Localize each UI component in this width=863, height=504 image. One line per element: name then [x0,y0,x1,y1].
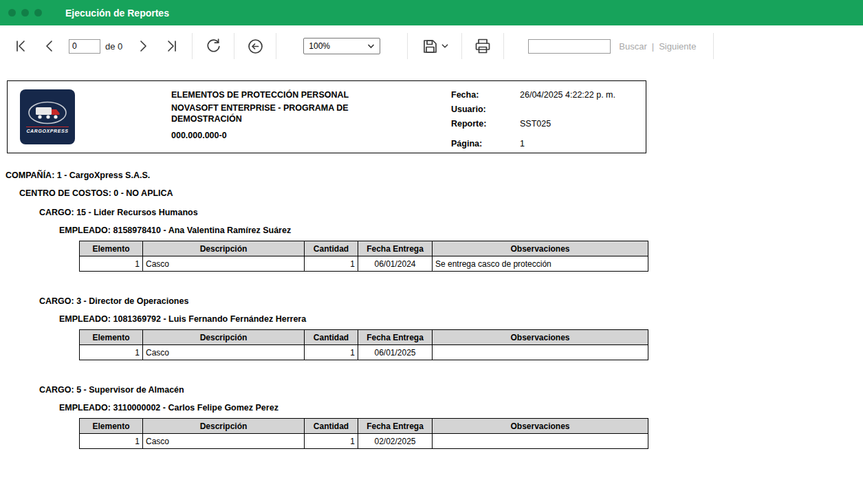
first-page-button[interactable] [7,32,36,61]
col-header-descripcion: Descripción [143,241,305,256]
col-header-descripcion: Descripción [143,419,305,434]
cell-cantidad: 1 [305,345,358,360]
col-header-fecha-entrega: Fecha Entrega [358,330,433,345]
print-button[interactable] [468,32,497,61]
window-title: Ejecución de Reportes [65,8,169,19]
empleado-heading: EMPLEADO: 3110000002 - Carlos Felipe Gom… [59,403,863,413]
cell-observaciones: Se entrega casco de protección [433,256,648,272]
report-title-block: ELEMENTOS DE PROTECCIÓN PERSONAL NOVASOF… [171,89,378,144]
report-viewer-toolbar: de 0 100% [0,25,863,67]
back-arrow-icon [246,37,265,56]
cell-fecha-entrega: 02/02/2025 [358,434,433,449]
cell-descripcion: Casco [143,256,305,272]
table-header-row: Elemento Descripción Cantidad Fecha Entr… [80,330,648,345]
printer-icon [474,37,492,55]
empleado-heading: EMPLEADO: 1081369792 - Luis Fernando Fer… [59,314,863,324]
toolbar-separator [407,33,408,59]
report-meta-block: Fecha: 26/04/2025 4:22:22 p. m. Usuario:… [451,88,644,151]
toolbar-separator [276,33,276,59]
logo-text: CARGOXPRESS [26,127,68,133]
company-logo: CARGOXPRESS [20,89,75,144]
window-close-dot[interactable] [8,9,16,17]
cell-observaciones [433,434,648,449]
table-row: 1 Casco 1 02/02/2025 [80,434,648,449]
table-header-row: Elemento Descripción Cantidad Fecha Entr… [80,241,648,256]
window-minimize-dot[interactable] [21,9,29,17]
table-row: 1 Casco 1 06/01/2024 Se entrega casco de… [80,256,648,272]
report-subtitle: NOVASOFT ENTERPRISE - PROGRAMA DE DEMOST… [171,102,362,124]
toolbar-separator [503,33,504,59]
cell-fecha-entrega: 06/01/2024 [358,256,433,272]
company-heading: COMPAÑÍA: 1 - CargoXpress S.A.S. [6,171,863,180]
window-controls [8,9,42,17]
page-count-label: de 0 [105,41,122,52]
cargo-heading: CARGO: 15 - Lider Recursos Humanos [39,208,863,217]
epp-table: Elemento Descripción Cantidad Fecha Entr… [79,241,648,272]
previous-page-button[interactable] [36,32,65,61]
meta-fecha: Fecha: 26/04/2025 4:22:22 p. m. [451,88,644,102]
next-page-icon [133,37,151,55]
toolbar-separator [234,33,234,59]
last-page-button[interactable] [157,32,186,61]
col-header-fecha-entrega: Fecha Entrega [358,241,433,256]
first-page-icon [12,37,30,55]
meta-usuario: Usuario: [451,102,644,117]
refresh-button[interactable] [199,32,228,61]
save-floppy-icon [422,38,439,55]
report-header-box: CARGOXPRESS ELEMENTOS DE PROTECCIÓN PERS… [7,80,646,153]
cargo-heading: CARGO: 3 - Director de Operaciones [39,296,863,306]
find-controls: Buscar | Siguiente [619,41,696,52]
cell-descripcion: Casco [143,345,305,360]
find-next-link[interactable]: Siguiente [659,41,696,52]
toolbar-separator [713,33,714,59]
previous-page-icon [41,37,59,55]
table-row: 1 Casco 1 06/01/2025 [80,345,648,360]
cell-cantidad: 1 [305,434,358,449]
meta-reporte: Reporte: SST025 [451,117,644,131]
cell-elemento: 1 [80,434,143,449]
epp-table: Elemento Descripción Cantidad Fecha Entr… [79,418,648,449]
col-header-observaciones: Observaciones [433,241,648,256]
page-number-input[interactable] [69,39,100,54]
report-title: ELEMENTOS DE PROTECCIÓN PERSONAL [171,89,378,100]
last-page-icon [162,37,180,55]
report-page: CARGOXPRESS ELEMENTOS DE PROTECCIÓN PERS… [0,67,863,449]
zoom-select[interactable]: 100% [303,38,380,54]
back-button[interactable] [241,32,270,61]
cargo-group: CARGO: 5 - Supervisor de Almacén EMPLEAD… [6,385,863,449]
meta-pagina: Página: 1 [451,137,644,151]
empleado-heading: EMPLEADO: 8158978410 - Ana Valentina Ram… [59,226,863,235]
toolbar-separator [192,33,193,59]
search-input[interactable] [528,39,611,54]
cell-observaciones [433,345,648,360]
find-link[interactable]: Buscar [619,41,646,52]
col-header-fecha-entrega: Fecha Entrega [358,419,433,434]
col-header-cantidad: Cantidad [305,419,358,434]
chevron-down-icon [367,43,375,49]
cargo-group: CARGO: 15 - Lider Recursos Humanos EMPLE… [6,208,863,272]
col-header-observaciones: Observaciones [433,330,648,345]
col-header-elemento: Elemento [80,330,143,345]
window-maximize-dot[interactable] [34,9,42,17]
cargo-heading: CARGO: 5 - Supervisor de Almacén [39,385,863,395]
next-page-button[interactable] [128,32,157,61]
cell-descripcion: Casco [143,434,305,449]
cell-elemento: 1 [80,345,143,360]
col-header-cantidad: Cantidad [305,241,358,256]
col-header-descripcion: Descripción [143,330,305,345]
zoom-value: 100% [309,41,330,51]
cell-fecha-entrega: 06/01/2025 [358,345,433,360]
truck-logo-icon [28,100,67,125]
company-id: 000.000.000-0 [171,130,378,141]
col-header-cantidad: Cantidad [305,330,358,345]
export-save-button[interactable] [414,32,455,61]
col-header-elemento: Elemento [80,241,143,256]
window-titlebar: Ejecución de Reportes [0,0,863,25]
cost-center-heading: CENTRO DE COSTOS: 0 - NO APLICA [19,188,863,198]
chevron-down-icon [441,43,448,49]
epp-table: Elemento Descripción Cantidad Fecha Entr… [79,329,648,360]
cargo-group: CARGO: 3 - Director de Operaciones EMPLE… [6,296,863,360]
table-header-row: Elemento Descripción Cantidad Fecha Entr… [80,419,648,434]
col-header-elemento: Elemento [80,419,143,434]
col-header-observaciones: Observaciones [433,419,648,434]
